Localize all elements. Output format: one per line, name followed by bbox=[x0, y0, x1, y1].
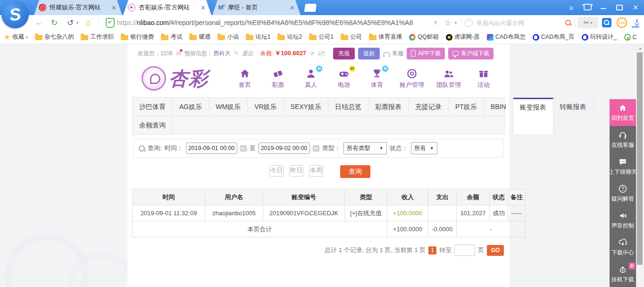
nav-item-team[interactable]: 团队管理 bbox=[436, 68, 461, 89]
minimize-button[interactable] bbox=[595, 4, 611, 12]
recharge-button[interactable]: 充值 bbox=[333, 48, 355, 59]
thisweek-button[interactable]: 本周 bbox=[309, 165, 323, 177]
maximize-button[interactable] bbox=[611, 4, 627, 12]
client-download-button[interactable]: 客户端下载 bbox=[448, 48, 493, 59]
tab-sexy[interactable]: SEXY娱乐 bbox=[284, 98, 328, 116]
new-tab-button[interactable] bbox=[304, 4, 317, 12]
balance-refresh-icon[interactable]: ⟳ bbox=[309, 50, 315, 57]
bookmark-folder[interactable]: 公司 bbox=[341, 33, 362, 41]
bookmark-folder[interactable]: 小说 bbox=[217, 33, 239, 41]
browser-menu-icon[interactable]: ≡ bbox=[563, 4, 579, 12]
nav-item-sports[interactable]: N 体育 bbox=[367, 68, 387, 89]
bookmark-site[interactable]: C bbox=[624, 34, 637, 41]
bookmark-folder[interactable]: 体育直播 bbox=[369, 33, 402, 41]
undo-caret-icon[interactable]: ▾ bbox=[75, 15, 80, 30]
today-button[interactable]: 今日 bbox=[269, 165, 284, 177]
sidebar-item-faq[interactable]: ? 疑问解答 bbox=[610, 180, 636, 207]
bookmark-site[interactable]: CAD布局_百 bbox=[533, 33, 575, 41]
calendar-icon[interactable] bbox=[240, 145, 247, 152]
time-to-input[interactable] bbox=[259, 143, 310, 154]
bookmark-folder[interactable]: 论坛2 bbox=[277, 33, 302, 41]
sidebar-item-sound[interactable]: 声音控制 bbox=[610, 207, 636, 234]
bookmark-folder[interactable]: 杂七杂八的 bbox=[35, 33, 74, 41]
tab-deposit[interactable]: 充提记录 bbox=[409, 98, 449, 116]
tab-transfer[interactable]: 转账报表 bbox=[553, 98, 594, 116]
status-select[interactable]: 所有 ▼ bbox=[411, 142, 437, 154]
scrollbar-thumb[interactable] bbox=[637, 52, 643, 265]
skin-shirt-icon[interactable] bbox=[579, 4, 595, 12]
lightning-icon[interactable]: ⚡ bbox=[430, 15, 441, 30]
bookmark-folder[interactable]: 论坛1 bbox=[246, 33, 270, 41]
tab-balance-query[interactable]: 余额查询 bbox=[133, 116, 173, 134]
browser-tab-1[interactable]: 恒耀娱乐-官方网站 ✕ bbox=[34, 0, 122, 15]
search-input[interactable] bbox=[476, 19, 558, 27]
bookmark-folder[interactable]: 公司1 bbox=[309, 33, 334, 41]
bookmark-folder[interactable]: 工作求职 bbox=[81, 33, 114, 41]
time-from-input[interactable] bbox=[186, 143, 237, 154]
nav-item-account[interactable]: 账户管理 bbox=[400, 68, 424, 89]
site-logo-text[interactable]: 杏彩 bbox=[169, 66, 209, 92]
tab-shaba[interactable]: 沙巴体育 bbox=[133, 98, 173, 116]
tab1-close-icon[interactable]: ✕ bbox=[110, 4, 117, 11]
tab-lottery-report[interactable]: 彩票报表 bbox=[368, 98, 409, 116]
sidebar-item-back-home[interactable]: 回到首页 bbox=[610, 99, 636, 126]
tab-daily[interactable]: 日结总览 bbox=[328, 98, 368, 116]
goto-page-input[interactable] bbox=[454, 245, 475, 256]
favorite-caret-icon[interactable]: ▾ bbox=[453, 15, 459, 30]
bookmark-folder[interactable]: 银行缴费 bbox=[121, 33, 154, 41]
type-select[interactable]: 所有类型 ▼ bbox=[343, 142, 387, 154]
tab3-close-icon[interactable]: ✕ bbox=[289, 4, 296, 11]
bookmark-folder[interactable]: 考试 bbox=[161, 33, 182, 41]
browser-tab-3[interactable]: M 摩臣 - 首页 ✕ bbox=[212, 0, 301, 15]
site-logo-icon[interactable] bbox=[142, 66, 166, 91]
download-manager-icon[interactable] bbox=[631, 15, 643, 30]
sidebar-item-online-service[interactable]: 在线客服 bbox=[610, 126, 636, 153]
nav-item-lottery[interactable]: 彩票 bbox=[268, 68, 288, 89]
logout-link[interactable]: 退出 bbox=[242, 50, 253, 58]
edit-icon[interactable]: ✎ bbox=[234, 50, 239, 57]
sidebar-item-download-center[interactable]: 下载中心 bbox=[610, 234, 636, 261]
close-button[interactable]: ✕ bbox=[627, 3, 644, 12]
tab-account-change-active[interactable]: 账变报表 bbox=[513, 98, 553, 116]
tab2-close-icon[interactable]: ✕ bbox=[200, 4, 207, 11]
nav-item-live[interactable]: N 真人 bbox=[301, 68, 321, 89]
sidebar-item-hangup-download[interactable]: 新 ¥ 挂机下载 bbox=[610, 261, 636, 287]
nav-item-activity[interactable]: 活动 bbox=[473, 68, 494, 89]
bookmark-folder[interactable]: 暖通 bbox=[189, 33, 210, 41]
address-bar[interactable]: https://nlibao.com/#/report/personal_rep… bbox=[117, 15, 413, 30]
tab-ag[interactable]: AG娱乐 bbox=[173, 98, 209, 116]
back-icon[interactable]: ← bbox=[33, 15, 45, 30]
mail-icon[interactable]: ✉ bbox=[176, 50, 181, 57]
bookmark-site[interactable]: CAD布局怎 bbox=[487, 33, 526, 41]
favorite-star-icon[interactable]: ☆ bbox=[443, 15, 453, 30]
page-search-icon[interactable] bbox=[601, 15, 612, 30]
tab-vr[interactable]: VR娱乐 bbox=[248, 98, 284, 116]
current-page-badge[interactable]: 1 bbox=[428, 246, 436, 254]
screenshot-tool[interactable]: ✂ ▾ bbox=[577, 17, 598, 28]
tab-wm[interactable]: WM娱乐 bbox=[209, 98, 248, 116]
bookmarks-root[interactable]: ★ 收藏 ▾ bbox=[4, 33, 28, 42]
yesterday-button[interactable]: 昨日 bbox=[289, 165, 303, 177]
refresh-icon[interactable]: ↻ bbox=[48, 15, 60, 30]
sogou-browser-logo[interactable]: S bbox=[1, 1, 29, 28]
tab-bbin[interactable]: BBIN bbox=[484, 98, 513, 116]
browser-tab-2-active[interactable]: 杏彩娱乐-官方网站 ✕ bbox=[123, 0, 211, 15]
query-submit-button[interactable]: 查询 bbox=[340, 165, 370, 178]
bookmark-site[interactable]: QQ邮箱 bbox=[409, 33, 438, 41]
nav-item-egame[interactable]: H 电游 bbox=[334, 68, 354, 89]
calendar-icon[interactable] bbox=[313, 145, 319, 152]
proxy-more-icon[interactable] bbox=[616, 15, 627, 30]
app-download-button[interactable]: APP下载 bbox=[407, 48, 445, 59]
withdraw-button[interactable]: 提款 bbox=[358, 48, 380, 59]
go-button[interactable]: GO bbox=[487, 245, 504, 256]
sidebar-item-chat[interactable]: 上下级聊天 bbox=[610, 153, 636, 180]
home-icon[interactable]: ⌂ bbox=[82, 15, 94, 30]
search-go-icon[interactable] bbox=[562, 15, 574, 30]
balance-eye-icon[interactable] bbox=[318, 51, 325, 56]
nav-item-home[interactable]: 首页 bbox=[234, 68, 255, 89]
tab-pt[interactable]: PT娱乐 bbox=[449, 98, 484, 116]
customer-service-link[interactable]: 客服 bbox=[383, 50, 403, 58]
scroll-up-icon[interactable]: ▲ bbox=[637, 45, 644, 51]
bookmark-site[interactable]: 虎课网-原 bbox=[446, 33, 480, 41]
bookmark-site[interactable]: 玩转设计_ bbox=[582, 33, 617, 41]
